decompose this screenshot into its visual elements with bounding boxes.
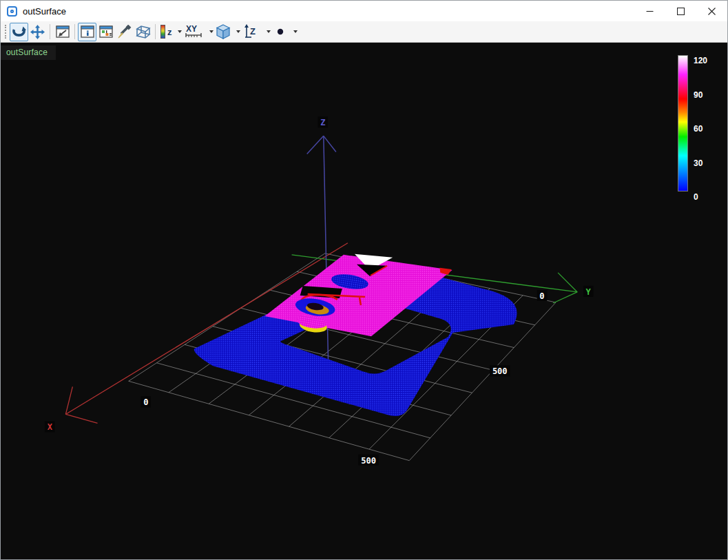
svg-text:Z: Z bbox=[250, 26, 256, 37]
fit-window-icon bbox=[56, 25, 70, 38]
3d-canvas[interactable]: 05000500XYZ outSurface 1209060300 bbox=[1, 43, 727, 559]
info-icon bbox=[81, 25, 94, 38]
app-icon bbox=[7, 6, 17, 17]
3d-viewport[interactable]: 05000500XYZ bbox=[1, 43, 727, 559]
chevron-down-icon bbox=[293, 30, 298, 33]
chevron-down-icon bbox=[209, 30, 214, 33]
colormap-z-label: z bbox=[167, 27, 172, 37]
svg-text:500: 500 bbox=[492, 366, 508, 376]
minimize-icon bbox=[646, 8, 654, 15]
maximize-button[interactable] bbox=[665, 1, 696, 21]
cube-icon bbox=[216, 24, 231, 39]
rotate-button[interactable] bbox=[10, 23, 28, 41]
chevron-down-icon bbox=[236, 30, 240, 33]
window-title: outSurface bbox=[23, 6, 66, 17]
colormap-icon bbox=[160, 25, 165, 39]
colormap-z-button[interactable]: z bbox=[158, 23, 174, 41]
toolbar-separator bbox=[155, 24, 156, 39]
scale-xy-button[interactable]: XY bbox=[183, 23, 206, 41]
close-icon bbox=[708, 8, 716, 15]
colorbar-tick-label: 120 bbox=[694, 56, 721, 65]
legend-icon bbox=[99, 25, 113, 38]
svg-text:Y: Y bbox=[586, 287, 592, 297]
svg-text:X: X bbox=[48, 423, 53, 433]
minimize-button[interactable] bbox=[634, 1, 665, 21]
svg-text:500: 500 bbox=[361, 456, 376, 466]
svg-text:0: 0 bbox=[143, 397, 148, 407]
pan-icon bbox=[30, 25, 45, 39]
rotate-icon bbox=[12, 25, 26, 39]
scale-z-button[interactable]: Z bbox=[241, 23, 263, 41]
scale-xy-icon: XY bbox=[185, 24, 204, 39]
title-bar: outSurface bbox=[1, 1, 727, 21]
svg-text:Z: Z bbox=[320, 118, 325, 127]
info-button[interactable] bbox=[78, 23, 96, 41]
scale-z-dropdown[interactable] bbox=[263, 23, 271, 41]
cube-view-button[interactable] bbox=[214, 23, 233, 41]
pan-button[interactable] bbox=[28, 23, 47, 41]
chevron-down-icon bbox=[267, 30, 271, 33]
colorbar-tick-label: 60 bbox=[694, 124, 721, 134]
colorbar-tick-label: 90 bbox=[694, 90, 721, 100]
toolbar-separator bbox=[50, 24, 50, 39]
colorbar-tick-label: 0 bbox=[694, 192, 721, 202]
toolbar-grip[interactable] bbox=[5, 25, 6, 39]
viewport-object-label: outSurface bbox=[1, 45, 56, 60]
pipette-icon bbox=[117, 25, 132, 39]
close-button[interactable] bbox=[696, 1, 727, 21]
wirebox-icon bbox=[136, 25, 151, 39]
cube-view-dropdown[interactable] bbox=[233, 23, 241, 41]
point-size-button[interactable] bbox=[271, 23, 290, 41]
chevron-down-icon bbox=[178, 30, 182, 33]
point-icon bbox=[275, 27, 285, 37]
colormap-z-dropdown[interactable] bbox=[174, 23, 183, 41]
colorbar bbox=[678, 55, 688, 191]
toolbar: z XY Z bbox=[1, 21, 727, 43]
legend-button[interactable] bbox=[96, 23, 115, 41]
point-size-dropdown[interactable] bbox=[290, 23, 298, 41]
svg-text:0: 0 bbox=[539, 291, 544, 301]
app-window: outSurface bbox=[0, 0, 728, 560]
pipette-button[interactable] bbox=[115, 23, 134, 41]
colorbar-tick-label: 30 bbox=[694, 158, 721, 168]
scale-xy-dropdown[interactable] bbox=[206, 23, 214, 41]
wirebox-button[interactable] bbox=[134, 23, 152, 41]
toolbar-separator bbox=[74, 24, 75, 39]
fit-window-button[interactable] bbox=[53, 23, 72, 41]
maximize-icon bbox=[677, 8, 685, 15]
svg-text:XY: XY bbox=[186, 24, 197, 34]
scale-z-icon: Z bbox=[243, 24, 261, 39]
